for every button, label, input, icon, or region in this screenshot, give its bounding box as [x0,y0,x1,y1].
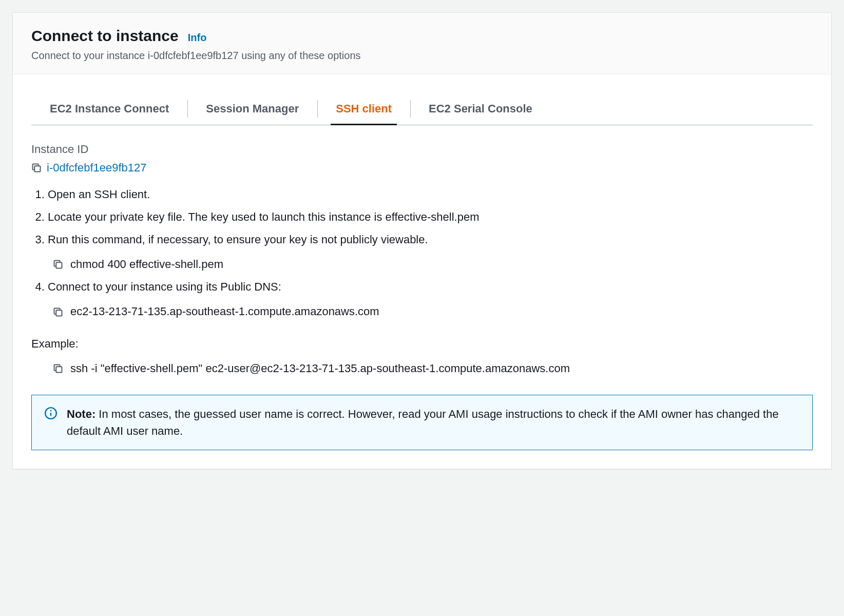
tabs: EC2 Instance Connect Session Manager SSH… [31,93,813,125]
dns-row: ec2-13-213-71-135.ap-southeast-1.compute… [53,303,813,320]
svg-rect-7 [56,367,62,372]
connect-panel: Connect to instance Info Connect to your… [12,12,832,469]
tab-ssh-client[interactable]: SSH client [317,93,410,125]
tab-session-manager[interactable]: Session Manager [187,93,317,125]
tab-ec2-instance-connect[interactable]: EC2 Instance Connect [31,93,187,125]
note-text: Note: In most cases, the guessed user na… [67,406,800,439]
svg-rect-5 [56,310,62,316]
steps-list-2: Connect to your instance using its Publi… [31,278,813,296]
step-3: Run this command, if necessary, to ensur… [48,231,813,248]
copy-icon[interactable] [53,363,63,374]
copy-icon[interactable] [31,163,42,173]
note-box: Note: In most cases, the guessed user na… [31,395,813,450]
public-dns: ec2-13-213-71-135.ap-southeast-1.compute… [70,303,379,320]
svg-point-10 [50,410,52,412]
step-2: Locate your private key file. The key us… [48,208,813,226]
note-prefix: Note: [67,408,95,420]
step-1: Open an SSH client. [48,186,813,203]
step-3-text: Run this command, if necessary, to ensur… [48,233,428,246]
info-link[interactable]: Info [188,32,207,44]
step-4-text: Connect to your instance using its Publi… [48,280,281,293]
example-label: Example: [31,335,813,353]
tab-ec2-serial-console[interactable]: EC2 Serial Console [410,93,551,125]
instance-id-label: Instance ID [31,143,813,156]
page-title: Connect to instance [31,27,179,45]
instructions: Open an SSH client. Locate your private … [31,186,813,377]
info-icon [44,407,57,420]
chmod-row: chmod 400 effective-shell.pem [53,256,813,273]
ssh-command: ssh -i "effective-shell.pem" ec2-user@ec… [70,360,570,377]
svg-rect-3 [56,263,62,268]
page-subtitle: Connect to your instance i-0dfcfebf1ee9f… [31,50,813,62]
steps-list: Open an SSH client. Locate your private … [31,186,813,248]
title-row: Connect to instance Info [31,27,813,45]
instance-id-link[interactable]: i-0dfcfebf1ee9fb127 [47,161,147,175]
copy-icon[interactable] [53,259,63,270]
svg-rect-1 [34,166,40,171]
example-row: ssh -i "effective-shell.pem" ec2-user@ec… [53,360,813,377]
panel-body: EC2 Instance Connect Session Manager SSH… [13,93,831,469]
note-body: In most cases, the guessed user name is … [67,408,779,437]
step-4: Connect to your instance using its Publi… [48,278,813,296]
panel-header: Connect to instance Info Connect to your… [13,13,831,74]
chmod-command: chmod 400 effective-shell.pem [70,256,223,273]
copy-icon[interactable] [53,307,63,317]
instance-id-row: i-0dfcfebf1ee9fb127 [31,161,813,175]
